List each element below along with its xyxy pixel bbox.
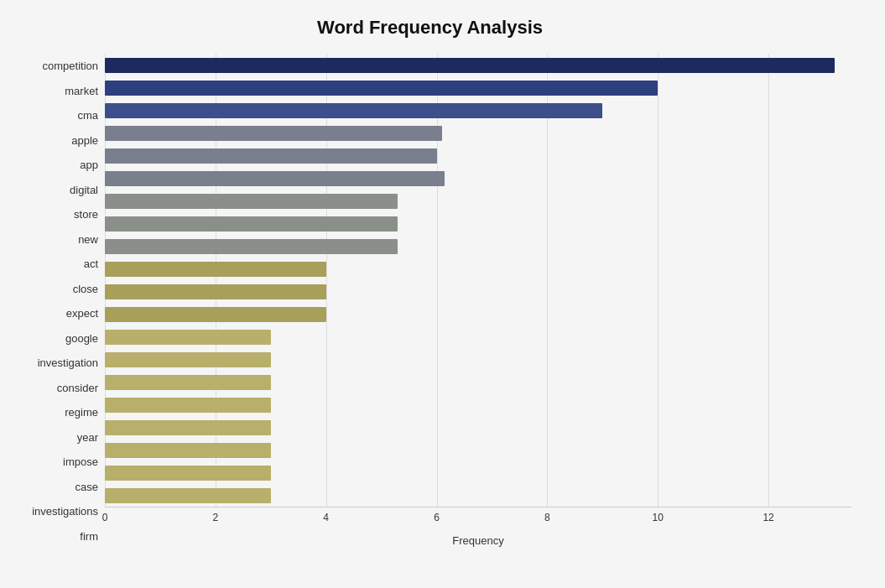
x-tick: 0 (102, 512, 108, 523)
y-label: close (73, 284, 98, 294)
bar-row (105, 487, 851, 505)
bar-row (105, 328, 851, 346)
y-label: apple (71, 135, 98, 146)
y-labels: competitionmarketcmaappleappdigitalstore… (8, 54, 105, 549)
bar-row (105, 237, 851, 256)
bar (105, 420, 271, 435)
x-tick: 8 (544, 512, 550, 523)
bar (105, 398, 271, 413)
y-label: year (77, 432, 98, 443)
bar (105, 284, 326, 299)
bar (105, 352, 271, 367)
bar (105, 443, 271, 458)
bar (105, 126, 442, 141)
chart-title: Word Frequency Analysis (8, 17, 851, 39)
bar (105, 171, 445, 186)
bar (105, 466, 271, 481)
y-label: case (75, 481, 98, 492)
bars-area (105, 54, 851, 507)
y-label: firm (80, 531, 98, 542)
bar (105, 330, 271, 345)
x-tick: 6 (434, 512, 440, 523)
bar (105, 375, 271, 390)
bar (105, 239, 398, 254)
bar-row (105, 373, 851, 392)
bar (105, 216, 398, 232)
bar-row (105, 192, 851, 211)
y-label: app (80, 159, 98, 170)
y-label: google (65, 333, 98, 344)
y-label: impose (63, 456, 98, 467)
x-tick: 12 (763, 512, 773, 523)
y-label: digital (70, 185, 98, 195)
bar-row (105, 79, 851, 97)
x-tick: 10 (653, 512, 664, 523)
bar-row (105, 396, 851, 414)
bar (105, 81, 658, 96)
bar-row (105, 169, 851, 188)
bar-row (105, 215, 851, 233)
bar (105, 194, 398, 209)
bar-row (105, 441, 851, 460)
bars-inner (105, 54, 851, 507)
y-label: store (74, 209, 98, 220)
y-label: competition (43, 60, 98, 71)
y-label: act (84, 258, 98, 269)
chart-container: Word Frequency Analysis competitionmarke… (0, 0, 885, 588)
y-label: new (78, 234, 98, 245)
y-label: expect (66, 308, 98, 319)
bar-row (105, 124, 851, 143)
x-tick: 2 (213, 512, 219, 523)
y-label: regime (65, 407, 98, 418)
y-label: investigations (32, 506, 98, 517)
y-label: investigation (38, 357, 98, 368)
bar (105, 262, 326, 277)
bar-row (105, 283, 851, 301)
y-label: cma (77, 110, 98, 121)
bar (105, 58, 835, 73)
bar (105, 103, 602, 118)
bar-row (105, 351, 851, 369)
x-axis-label: Frequency (452, 534, 503, 547)
bar-row (105, 419, 851, 437)
bars-and-xaxis: 024681012 Frequency (105, 54, 851, 549)
bar (105, 148, 437, 164)
bar (105, 488, 271, 503)
x-axis: 024681012 Frequency (105, 507, 851, 549)
bar (105, 307, 326, 322)
bar-row (105, 464, 851, 482)
chart-area: competitionmarketcmaappleappdigitalstore… (8, 54, 851, 549)
y-label: market (65, 86, 98, 96)
x-tick: 4 (323, 512, 329, 523)
bar-row (105, 147, 851, 165)
bar-row (105, 260, 851, 278)
bar-row (105, 56, 851, 75)
bar-row (105, 101, 851, 120)
bar-row (105, 305, 851, 324)
y-label: consider (57, 382, 98, 393)
